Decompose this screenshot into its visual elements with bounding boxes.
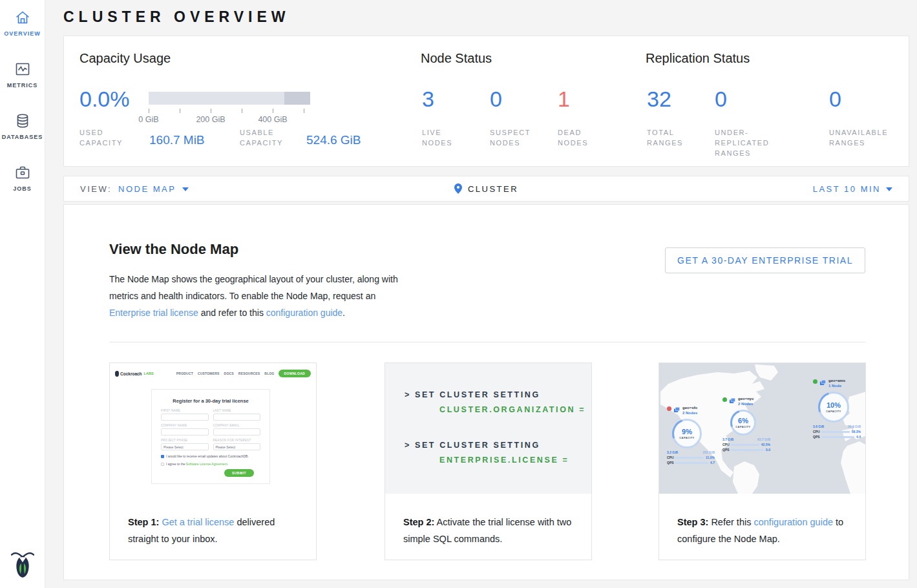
node-map-preview-image: geo=sfo2 Nodes 9% CAPACITY 3.2 GiB331 Gi… bbox=[659, 363, 865, 494]
mini-site-nav-links: PRODUCT CUSTOMERS DOCS RESOURCES BLOG bbox=[176, 372, 275, 375]
mini-input bbox=[161, 428, 209, 436]
view-label: VIEW: bbox=[80, 184, 112, 194]
mini-input bbox=[161, 414, 209, 421]
sidebar-item-label: JOBS bbox=[13, 185, 32, 192]
axis-tick-label: 200 GiB bbox=[196, 115, 225, 124]
metrics-icon bbox=[14, 61, 31, 78]
view-bar: VIEW: NODE MAP CLUSTER LAST 10 MIN bbox=[63, 176, 909, 202]
divider bbox=[109, 342, 865, 342]
mini-select: Please Select bbox=[213, 443, 261, 450]
cockroachdb-bug-icon bbox=[11, 549, 34, 579]
mini-download-button: DOWNLOAD bbox=[279, 370, 311, 377]
axis-tick bbox=[273, 109, 273, 113]
axis-tick bbox=[149, 109, 149, 113]
suspect-nodes-value: 0 bbox=[490, 87, 502, 112]
sidebar-item-metrics[interactable]: METRICS bbox=[0, 52, 45, 103]
capacity-bar bbox=[149, 92, 310, 105]
node-group-icon bbox=[673, 406, 680, 413]
total-ranges-value: 32 bbox=[647, 87, 671, 112]
unavailable-ranges-value: 0 bbox=[829, 87, 841, 112]
cluster-summary-card: Capacity Usage 0.0% 0 GiB 200 GiB 400 Gi… bbox=[63, 36, 909, 167]
databases-icon bbox=[14, 112, 31, 129]
sidebar-item-label: METRICS bbox=[7, 82, 38, 89]
total-ranges-label: TOTALRANGES bbox=[647, 127, 683, 148]
cockroachdb-logo bbox=[0, 549, 45, 579]
step1-card: Cockroach LABS PRODUCT CUSTOMERS DOCS RE… bbox=[109, 362, 317, 560]
get-trial-license-link[interactable]: Get a trial license bbox=[162, 517, 234, 527]
sidebar-item-label: DATABASES bbox=[2, 134, 43, 140]
enterprise-trial-button[interactable]: GET A 30-DAY ENTERPRISE TRIAL bbox=[665, 247, 865, 273]
step2-caption: Step 2: Activate the trial license with … bbox=[403, 514, 580, 547]
step2-card: > SET CLUSTER SETTING CLUSTER.ORGANIZATI… bbox=[385, 362, 592, 560]
used-capacity-label: USEDCAPACITY bbox=[79, 127, 123, 148]
location-pin-icon bbox=[454, 184, 462, 194]
node-status-dot-red bbox=[667, 406, 671, 411]
sidebar-item-databases[interactable]: DATABASES bbox=[0, 103, 45, 155]
enterprise-trial-license-link[interactable]: Enterprise trial license bbox=[109, 308, 198, 318]
sql-prompt-line: > SET CLUSTER SETTING bbox=[405, 390, 585, 399]
locality-widget-ams: geo=ams1 Node 10% CAPACITY 3.6 GiB36.6 G… bbox=[813, 379, 865, 439]
live-nodes-label: LIVENODES bbox=[422, 127, 452, 148]
locality-breadcrumb[interactable]: CLUSTER bbox=[468, 184, 518, 194]
mini-registration-form: Register for a 30-day trial license FIRS… bbox=[151, 389, 270, 484]
mini-site-nav: Cockroach LABS PRODUCT CUSTOMERS DOCS RE… bbox=[115, 367, 311, 380]
axis-tick-label: 0 GiB bbox=[138, 115, 158, 124]
capacity-usage-title: Capacity Usage bbox=[79, 51, 171, 66]
axis-tick bbox=[304, 109, 304, 113]
step1-caption: Step 1: Get a trial license delivered st… bbox=[128, 514, 304, 547]
node-group-icon bbox=[729, 397, 736, 404]
node-status-dot-green bbox=[813, 379, 817, 384]
mini-cockroach-bug-icon bbox=[115, 371, 119, 377]
mini-select: Please Select bbox=[161, 443, 209, 450]
mini-submit-button: SUBMIT bbox=[224, 469, 254, 477]
sql-code-block: > SET CLUSTER SETTING CLUSTER.ORGANIZATI… bbox=[385, 363, 591, 494]
sql-prompt-line: > SET CLUSTER SETTING bbox=[405, 441, 569, 450]
chevron-down-icon[interactable] bbox=[182, 187, 189, 191]
used-capacity-value: 160.7 MiB bbox=[149, 133, 205, 147]
mini-cockroach-logo: Cockroach LABS bbox=[115, 371, 154, 377]
view-selector[interactable]: NODE MAP bbox=[118, 184, 176, 194]
axis-tick bbox=[180, 109, 180, 113]
jobs-icon bbox=[14, 164, 31, 181]
sidebar-item-label: OVERVIEW bbox=[4, 30, 40, 37]
locality-widget-nyc: geo=nyc2 Nodes 6% CAPACITY 3.7 GiB63.7 G… bbox=[722, 397, 774, 452]
node-status-dot-green bbox=[722, 397, 727, 402]
node-map-panel: View the Node Map The Node Map shows the… bbox=[63, 204, 909, 580]
capacity-gauge: 6% CAPACITY bbox=[730, 410, 756, 436]
section-title: View the Node Map bbox=[109, 241, 238, 258]
mini-checkbox-unchecked bbox=[161, 463, 164, 466]
sidebar: OVERVIEW METRICS DATABASES JOBS bbox=[0, 0, 45, 588]
mini-input bbox=[213, 414, 261, 421]
capacity-gauge: 10% CAPACITY bbox=[818, 392, 849, 423]
locality-widget-sfo: geo=sfo2 Nodes 9% CAPACITY 3.2 GiB331 Gi… bbox=[667, 406, 719, 465]
section-description: The Node Map shows the geographical layo… bbox=[109, 271, 405, 321]
node-status-title: Node Status bbox=[421, 51, 492, 66]
configuration-guide-link[interactable]: configuration guide bbox=[754, 517, 833, 527]
configuration-guide-link[interactable]: configuration guide bbox=[266, 308, 343, 318]
page-title: CLUSTER OVERVIEW bbox=[63, 8, 290, 26]
chevron-down-icon[interactable] bbox=[886, 187, 892, 191]
under-replicated-ranges-label: UNDER-REPLICATEDRANGES bbox=[715, 127, 769, 158]
unavailable-ranges-label: UNAVAILABLERANGES bbox=[829, 127, 888, 148]
mini-input bbox=[213, 428, 261, 436]
node-group-icon bbox=[819, 379, 827, 386]
live-nodes-value: 3 bbox=[422, 87, 434, 112]
sql-setting-line: ENTERPRISE.LICENSE = bbox=[405, 456, 569, 465]
axis-tick bbox=[211, 109, 211, 113]
home-icon bbox=[14, 9, 31, 26]
capacity-used-percent: 0.0% bbox=[79, 87, 130, 112]
step3-caption: Step 3: Refer this configuration guide t… bbox=[677, 514, 854, 547]
dead-nodes-label: DEADNODES bbox=[558, 127, 588, 148]
mini-form-title: Register for a 30-day trial license bbox=[161, 398, 260, 404]
sidebar-item-overview[interactable]: OVERVIEW bbox=[0, 0, 45, 52]
capacity-gauge: 9% CAPACITY bbox=[672, 419, 702, 448]
sql-setting-line: CLUSTER.ORGANIZATION = bbox=[405, 405, 585, 414]
dead-nodes-value: 1 bbox=[558, 87, 570, 112]
usable-capacity-value: 524.6 GiB bbox=[306, 133, 361, 147]
under-replicated-ranges-value: 0 bbox=[715, 87, 727, 112]
usable-capacity-label: USABLECAPACITY bbox=[240, 127, 283, 148]
capacity-bar-highlight bbox=[284, 92, 310, 105]
sidebar-item-jobs[interactable]: JOBS bbox=[0, 155, 45, 207]
axis-tick bbox=[242, 109, 242, 113]
time-range-selector[interactable]: LAST 10 MIN bbox=[813, 184, 881, 194]
